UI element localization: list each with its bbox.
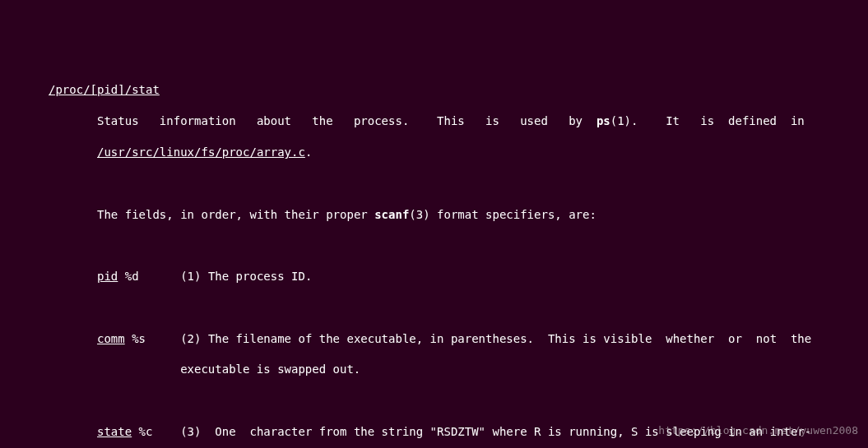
field-state: state (97, 425, 132, 438)
field-pid: pid (97, 270, 118, 283)
scanf-ref: scanf (374, 208, 409, 221)
watermark-text: https://blog.csdn.net/yuwen2008 (658, 423, 858, 438)
field-comm: comm (97, 332, 125, 345)
section-path: /proc/[pid]/stat (49, 83, 160, 96)
intro-text: Status information about the process. Th… (97, 114, 596, 127)
ps-ref: ps (596, 114, 610, 127)
source-file: /usr/src/linux/fs/proc/array.c (97, 145, 305, 159)
man-page-body: /proc/[pid]/stat Status information abou… (0, 62, 868, 448)
